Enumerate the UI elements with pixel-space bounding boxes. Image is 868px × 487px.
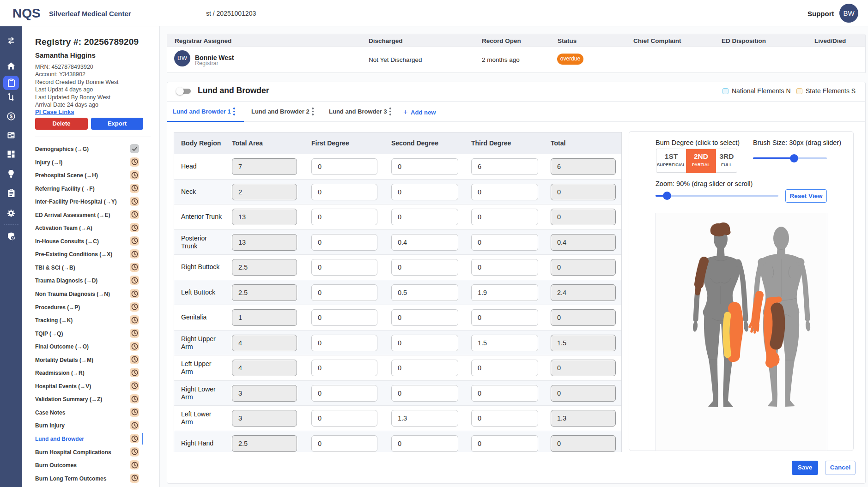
svg-text:$: $ [10, 114, 12, 119]
